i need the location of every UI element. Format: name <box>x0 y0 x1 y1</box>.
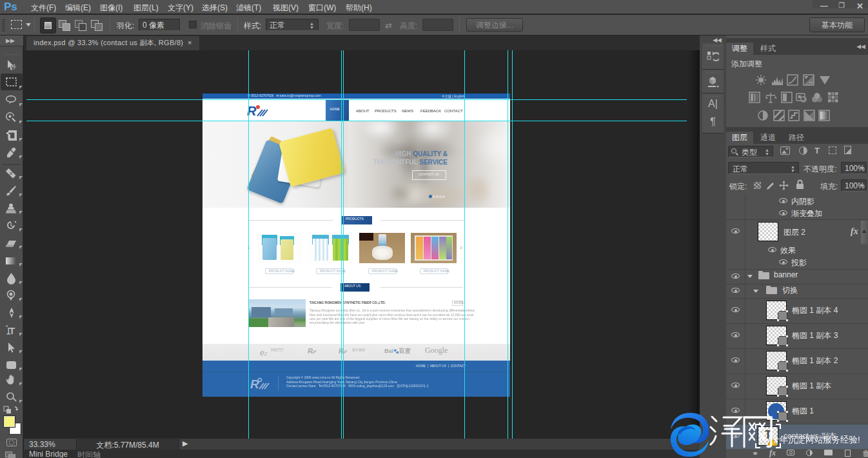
svg-text:T: T <box>9 325 15 336</box>
svg-text:!: ! <box>771 439 773 446</box>
